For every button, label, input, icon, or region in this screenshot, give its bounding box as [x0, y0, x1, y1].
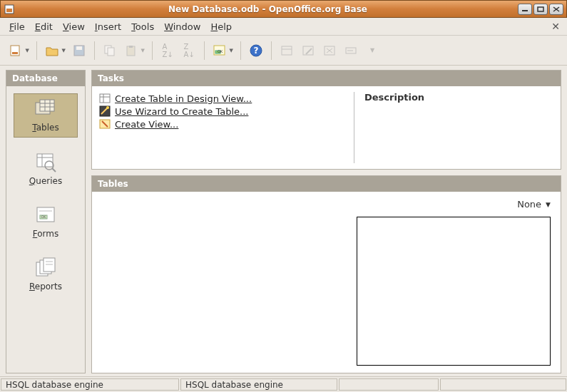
svg-text:OK: OK — [218, 49, 223, 53]
sidebar-item-label: Reports — [29, 282, 62, 292]
sort-desc-button: ZA↓ — [179, 41, 199, 61]
svg-rect-13 — [129, 46, 133, 48]
menu-edit[interactable]: Edit — [30, 20, 58, 33]
menu-window[interactable]: Window — [159, 20, 205, 33]
sidebar-header: Database — [6, 71, 85, 86]
sidebar-item-label: Queries — [29, 176, 62, 186]
chevron-down-icon: ▼ — [62, 48, 66, 53]
toolbar-separator — [204, 41, 205, 60]
save-button — [69, 41, 89, 61]
svg-rect-21 — [303, 46, 313, 55]
status-engine-2: HSQL database engine — [180, 378, 337, 391]
sidebar-item-label: Forms — [33, 229, 59, 239]
menu-tools[interactable]: Tools — [126, 20, 159, 33]
svg-rect-1 — [6, 9, 12, 12]
status-cell-4 — [440, 378, 566, 391]
svg-rect-9 — [76, 46, 82, 50]
sidebar-item-queries[interactable]: Queries — [14, 148, 78, 190]
menu-view[interactable]: View — [58, 20, 90, 33]
table-edit-button — [298, 41, 318, 61]
svg-rect-11 — [108, 48, 114, 56]
copy-button — [100, 41, 120, 61]
tasks-panel: Tasks Create Table in Design View... Use… — [91, 70, 561, 170]
tables-icon — [34, 98, 58, 120]
maximize-button[interactable] — [533, 4, 548, 15]
description-column: Description — [354, 92, 553, 163]
task-create-design[interactable]: Create Table in Design View... — [99, 92, 354, 105]
tables-list-panel: Tables None ▼ — [91, 175, 561, 373]
main-panel: Tasks Create Table in Design View... Use… — [91, 70, 561, 373]
menubar-close-icon[interactable]: ✕ — [548, 21, 563, 32]
view-mode-label: None — [517, 199, 541, 210]
table-delete-button — [320, 41, 339, 61]
sidebar-item-tables[interactable]: Tables — [14, 93, 78, 138]
open-button[interactable]: ▼ — [42, 41, 68, 61]
view-mode-selector[interactable]: None ▼ — [357, 199, 551, 210]
chevron-down-icon: ▼ — [546, 201, 551, 208]
tables-list-header: Tables — [92, 176, 561, 192]
task-use-wizard[interactable]: Use Wizard to Create Table... — [99, 105, 354, 118]
minimize-button[interactable] — [518, 4, 532, 15]
task-label: Create Table in Design View... — [115, 93, 252, 104]
menu-file[interactable]: File — [4, 20, 30, 33]
menu-help[interactable]: Help — [205, 20, 237, 33]
database-sidebar: Database Tables Queries OK Forms — [6, 70, 86, 373]
chevron-down-icon: ▼ — [230, 48, 233, 53]
svg-rect-3 — [538, 7, 543, 11]
sidebar-item-forms[interactable]: OK Forms — [14, 200, 78, 243]
toolbar-separator — [36, 41, 37, 60]
svg-point-51 — [106, 106, 109, 109]
create-view-icon — [99, 118, 111, 130]
close-button[interactable] — [549, 4, 563, 15]
task-label: Use Wizard to Create Table... — [115, 106, 248, 117]
forms-icon: OK — [34, 205, 58, 226]
svg-rect-7 — [12, 52, 18, 54]
tasks-header: Tasks — [92, 71, 561, 86]
sidebar-item-reports[interactable]: Reports — [14, 253, 78, 296]
status-cell-3 — [339, 378, 439, 391]
task-list: Create Table in Design View... Use Wizar… — [99, 92, 354, 163]
tables-list-area[interactable] — [92, 192, 347, 373]
sort-asc-button: AZ↓ — [158, 41, 178, 61]
status-engine-1: HSQL database engine — [1, 378, 179, 391]
menu-insert[interactable]: Insert — [90, 20, 126, 33]
toolbar-overflow: ▼ — [362, 41, 382, 61]
sidebar-item-label: Tables — [32, 123, 58, 133]
svg-rect-28 — [40, 100, 54, 111]
preview-box — [357, 217, 551, 366]
svg-rect-47 — [100, 94, 110, 103]
reports-icon — [34, 257, 58, 279]
help-button[interactable]: ? — [246, 41, 266, 61]
status-bar: HSQL database engine HSQL database engin… — [0, 376, 567, 392]
toolbar-separator — [240, 41, 241, 60]
content-area: Database Tables Queries OK Forms — [0, 66, 567, 376]
svg-rect-19 — [282, 46, 292, 55]
new-button[interactable]: ▼ — [6, 41, 31, 61]
menu-bar: File Edit View Insert Tools Window Help … — [0, 18, 567, 36]
table-design-button — [277, 41, 297, 61]
table-rename-button — [341, 41, 361, 61]
task-label: Create View... — [115, 119, 178, 130]
svg-line-37 — [52, 168, 56, 172]
toolbar-separator — [271, 41, 272, 60]
description-label: Description — [364, 92, 424, 103]
form-button[interactable]: OK ▼ — [210, 41, 235, 61]
toolbar-separator — [152, 41, 153, 60]
queries-icon — [34, 152, 58, 173]
task-create-view[interactable]: Create View... — [99, 118, 354, 130]
preview-column: None ▼ — [347, 192, 561, 373]
app-icon — [4, 4, 15, 15]
design-view-icon — [99, 93, 111, 104]
wizard-icon — [99, 105, 111, 117]
chevron-down-icon: ▼ — [141, 48, 145, 53]
toolbar: ▼ ▼ ▼ AZ↓ ZA↓ OK ▼ ? ▼ — [0, 36, 567, 66]
window-title: New Database.odb - OpenOffice.org Base — [19, 4, 516, 14]
toolbar-separator — [94, 41, 95, 60]
svg-text:?: ? — [254, 46, 259, 56]
title-bar: New Database.odb - OpenOffice.org Base — [0, 0, 567, 18]
paste-button: ▼ — [121, 41, 147, 61]
chevron-down-icon: ▼ — [26, 48, 29, 53]
svg-text:OK: OK — [41, 215, 46, 219]
